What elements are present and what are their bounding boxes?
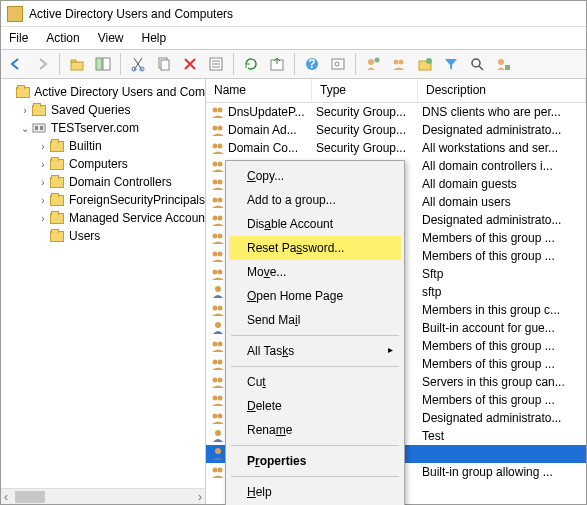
filter-button[interactable] (440, 53, 462, 75)
folder-icon (49, 138, 65, 154)
copy-button[interactable] (153, 53, 175, 75)
tree-builtin[interactable]: › Builtin (1, 137, 205, 155)
cell-description: Designated administrato... (418, 411, 586, 425)
svg-point-38 (213, 180, 218, 185)
scrollbar-thumb[interactable] (15, 491, 45, 503)
tree-saved-queries[interactable]: › Saved Queries (1, 101, 205, 119)
ctx-cut[interactable]: Cut (229, 370, 401, 394)
menu-view[interactable]: View (98, 31, 124, 45)
tree-fsp[interactable]: › ForeignSecurityPrincipals (1, 191, 205, 209)
cell-description: Sftp (418, 267, 586, 281)
svg-point-25 (498, 59, 504, 65)
add-user-to-group-button[interactable] (492, 53, 514, 75)
menu-action[interactable]: Action (46, 31, 79, 45)
group-icon (210, 374, 226, 390)
expand-icon[interactable]: › (37, 195, 49, 206)
cell-description: Members of this group ... (418, 339, 586, 353)
tree-label: Builtin (69, 139, 102, 153)
user-icon (210, 446, 226, 462)
tree-domain[interactable]: ⌄ TESTserver.com (1, 119, 205, 137)
tree-hscrollbar[interactable]: ‹ › (1, 488, 205, 504)
cell-description: Members of this group ... (418, 231, 586, 245)
expand-icon[interactable]: › (37, 141, 49, 152)
tree-label: Users (69, 229, 100, 243)
tree-msa[interactable]: › Managed Service Accoun (1, 209, 205, 227)
submenu-arrow-icon: ▸ (388, 344, 393, 355)
svg-point-33 (218, 126, 223, 131)
svg-point-23 (472, 59, 480, 67)
ctx-all-tasks[interactable]: All Tasks▸ (229, 339, 401, 363)
cell-description: All domain users (418, 195, 586, 209)
ctx-disable-account[interactable]: Disable Account (229, 212, 401, 236)
forward-button[interactable] (31, 53, 53, 75)
new-ou-button[interactable] (414, 53, 436, 75)
search-button[interactable] (466, 53, 488, 75)
expand-icon[interactable]: › (37, 159, 49, 170)
column-header-type[interactable]: Type (312, 79, 418, 102)
new-group-button[interactable] (388, 53, 410, 75)
ctx-rename[interactable]: Rename (229, 418, 401, 442)
ctx-delete[interactable]: Delete (229, 394, 401, 418)
properties-button[interactable] (205, 53, 227, 75)
cut-button[interactable] (127, 53, 149, 75)
list-row[interactable]: Domain Ad...Security Group...Designated … (206, 121, 586, 139)
svg-rect-3 (103, 58, 110, 70)
svg-point-47 (218, 252, 223, 257)
tree-root[interactable]: Active Directory Users and Com (1, 83, 205, 101)
svg-point-48 (213, 270, 218, 275)
refresh-button[interactable] (240, 53, 262, 75)
svg-point-60 (213, 396, 218, 401)
cell-description: Built-in account for gue... (418, 321, 586, 335)
up-button[interactable] (66, 53, 88, 75)
ctx-open-home-page[interactable]: Open Home Page (229, 284, 401, 308)
group-icon (210, 392, 226, 408)
menu-file[interactable]: File (9, 31, 28, 45)
cell-description: Designated administrato... (418, 213, 586, 227)
ctx-send-mail[interactable]: Send Mail (229, 308, 401, 332)
ctx-help[interactable]: Help (229, 480, 401, 504)
back-button[interactable] (5, 53, 27, 75)
delete-button[interactable] (179, 53, 201, 75)
tree-domain-controllers[interactable]: › Domain Controllers (1, 173, 205, 191)
scroll-left-icon[interactable]: ‹ (1, 490, 11, 504)
svg-text:?: ? (308, 57, 315, 71)
ctx-properties[interactable]: Properties (229, 449, 401, 473)
tree-computers[interactable]: › Computers (1, 155, 205, 173)
svg-point-34 (213, 144, 218, 149)
export-button[interactable] (266, 53, 288, 75)
menu-help[interactable]: Help (142, 31, 167, 45)
svg-point-56 (213, 360, 218, 365)
tree-label: Computers (69, 157, 128, 171)
expand-icon[interactable]: › (37, 177, 49, 188)
collapse-icon[interactable]: ⌄ (19, 123, 31, 134)
ctx-separator (231, 335, 399, 336)
show-hide-tree-button[interactable] (92, 53, 114, 75)
find-button[interactable] (327, 53, 349, 75)
svg-rect-2 (96, 58, 102, 70)
user-icon (210, 284, 226, 300)
svg-point-54 (213, 342, 218, 347)
ctx-reset-password[interactable]: Reset Password... (229, 236, 401, 260)
svg-rect-1 (71, 60, 76, 62)
svg-point-63 (218, 414, 223, 419)
ctx-copy[interactable]: Copy... (229, 164, 401, 188)
list-row[interactable]: DnsUpdateP...Security Group...DNS client… (206, 103, 586, 121)
group-icon (210, 248, 226, 264)
svg-rect-7 (161, 60, 169, 70)
tree-users[interactable]: Users (1, 227, 205, 245)
cell-description: All workstations and ser... (418, 141, 586, 155)
list-header: Name Type Description (206, 79, 586, 103)
help-button[interactable]: ? (301, 53, 323, 75)
new-user-button[interactable] (362, 53, 384, 75)
column-header-description[interactable]: Description (418, 79, 586, 102)
svg-point-64 (215, 430, 221, 436)
expand-icon[interactable]: › (19, 105, 31, 116)
group-icon (210, 230, 226, 246)
ctx-move[interactable]: Move... (229, 260, 401, 284)
expand-icon[interactable]: › (37, 213, 49, 224)
scroll-right-icon[interactable]: › (195, 490, 205, 504)
folder-icon (49, 228, 65, 244)
column-header-name[interactable]: Name (206, 79, 312, 102)
list-row[interactable]: Domain Co...Security Group...All worksta… (206, 139, 586, 157)
ctx-add-to-group[interactable]: Add to a group... (229, 188, 401, 212)
